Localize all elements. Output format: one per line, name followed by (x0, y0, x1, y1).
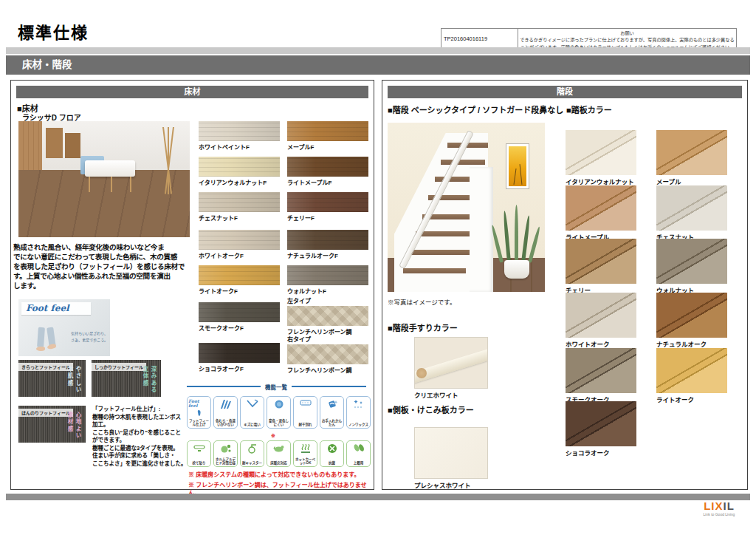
tread-swatch-image (566, 293, 636, 338)
divider-bar-top (6, 47, 750, 54)
photo-stair-tread (410, 250, 470, 255)
nonwax-icon (353, 399, 365, 409)
section-title-bar: 床材・階段 (6, 55, 750, 75)
floor-swatch-herringbone-left: 左タイプ フレンチヘリンボーン調 (287, 296, 369, 335)
function-floor-heating: 床暖房対応 (267, 440, 291, 467)
tread-swatch: スモークオーク (566, 348, 636, 403)
floor-swatch: メープルF (287, 121, 369, 151)
texture-tile-shikkari: しっかりフットフィール 深みある立体感 (92, 360, 161, 397)
function-formaldehyde: ホルムアルデヒド対策仕様 (213, 440, 238, 467)
stairs-panel-header: 階段 (388, 86, 742, 98)
photo-chair (65, 133, 80, 159)
footfeel-logo-band: Foot feel (21, 302, 91, 315)
tread-swatch-image (566, 185, 636, 231)
function-subfloor: 捨て貼り (187, 440, 211, 467)
floor-swatch-image (287, 344, 368, 364)
subfloor-icon (193, 443, 205, 452)
footfeel-note: 「フットフィール仕上げ」: 樹種の持つ木肌を表現したエンボス 加工。 ここち良い… (92, 406, 194, 468)
tread-swatch-image (566, 401, 636, 446)
handrail-color-name: クリエホワイト (414, 390, 458, 399)
function-list-title: 機能一覧 (261, 383, 292, 391)
texture-tile-label: ほんのりフットフィール (18, 409, 73, 417)
tread-swatch-image (656, 348, 727, 393)
floor-swatch-image (287, 230, 368, 250)
floor-description: 熟成された風合い、経年変化後の味わいなど今ま でにない意匠にこだわって表現した色… (13, 242, 193, 290)
photo-plant-leaf (515, 205, 518, 262)
function-hot-carpet: ホットカーペットOK (293, 440, 317, 467)
floor-swatch-image (199, 157, 280, 177)
photo-wall-art-print (509, 146, 526, 186)
function-antibacterial: 抗菌 (320, 440, 344, 467)
footfeel-caption: 気持ちいい足ざわり、 さあ、素足で歩こう。 (71, 330, 108, 343)
lixil-logo: LIXIL Link to Good Living (693, 500, 746, 517)
photo-stair-tread (416, 231, 472, 236)
photo-wood-floor (18, 170, 190, 237)
texture-tile-label: しっかりフットフィール (92, 363, 146, 371)
photo-stair-halfwall (470, 167, 493, 292)
floor-swatch-image (287, 157, 368, 177)
handrail-heading: ■階段手すりカラー (388, 321, 458, 333)
floor-panel: 床材 ■床材 ラシッサD フロア 熟成された風合い、経年変化後の味わいなど今ま … (10, 80, 374, 490)
floor-swatch-image (287, 121, 368, 141)
floor-panel-header: 床材 (16, 86, 368, 98)
tread-swatch-image (656, 239, 727, 284)
notice-text: お願い できるかぎりイメージに添ったプランに仕上げておりますが、写真の関係上、実… (518, 29, 736, 48)
caster-icon (247, 443, 258, 454)
tread-swatch-image (656, 185, 727, 231)
floor-swatch: チェリーF (287, 192, 369, 222)
photo-plant-leaf (528, 226, 541, 263)
hot-carpet-icon (300, 443, 312, 454)
notice-title: お願い (518, 30, 736, 36)
handrail-rod (414, 346, 488, 385)
spec-sheet-page: 標準仕様 TP201604016119 お願い できるかぎりイメージに添ったプラ… (0, 0, 756, 535)
tread-swatch: メープル (656, 130, 727, 185)
floor-swatch-image (199, 230, 280, 250)
function-nonwax: ノンワックス (346, 396, 371, 429)
function-list-rule-right (292, 386, 366, 387)
photo-stair-tread (403, 268, 466, 273)
tread-swatch-image (566, 239, 636, 284)
floor-swatch-image (199, 302, 280, 322)
lixil-wordmark: LIXIL (693, 500, 746, 511)
page-title: 標準仕様 (18, 19, 89, 43)
floor-swatch: イタリアンウォルナットF (199, 157, 281, 186)
photo-disclaimer: ※写真はイメージです。 (388, 297, 456, 306)
photo-wall-art (506, 143, 529, 189)
tread-swatch-image (656, 293, 727, 338)
function-slippers: 上履用 (346, 440, 371, 467)
function-list-rule-left (187, 386, 261, 387)
sideboard-color-name: プレシャスホワイト (414, 480, 471, 489)
tread-swatch: ナチュラルオーク (656, 293, 727, 348)
handrail-swatch (414, 337, 488, 389)
art-branch (520, 164, 523, 185)
handrail-rod-end (416, 368, 427, 378)
photo-bench-leg (111, 177, 112, 191)
floor-swatch-image (199, 121, 280, 141)
floor-swatch-image (287, 265, 368, 285)
notice-line1: できるかぎりイメージに添ったプランに仕上げておりますが、写真の関係上、実際のもの… (518, 36, 736, 43)
floor-swatch: ウォルナットF (287, 265, 369, 295)
formaldehyde-icon (220, 443, 232, 454)
footfeel-icon: Foot feel (188, 399, 210, 408)
antibacterial-icon (327, 443, 337, 454)
tread-swatch: ライトオーク (656, 348, 727, 403)
stairs-panel: 階段 ■階段 ベーシックタイプ / ソフトガード段鼻なし ■踏板カラー (382, 80, 748, 490)
photo-plant-leaf (503, 211, 511, 262)
floor-swatch: ホワイトオークF (199, 230, 281, 259)
photo-bench (85, 160, 134, 177)
texture-tile-caption: やさしい木肌感 (66, 366, 82, 397)
function-color-even: 色むら・色違いが少ない (213, 396, 238, 429)
divider-bar-bottom (6, 494, 750, 500)
tread-swatch: チェスナット (656, 185, 727, 241)
photo-foot (36, 347, 45, 351)
function-caster: 耐キャスター (240, 440, 264, 467)
texture-tile-caption: 心地よい素材感 (66, 412, 82, 443)
stairs-heading: ■階段 ベーシックタイプ / ソフトガード段鼻なし (388, 103, 563, 115)
texture-tile-label: きらっとフットフィール (18, 363, 73, 371)
photo-bench-leg (89, 177, 90, 191)
function-footfeel: Foot feel フットフィール仕上げ (187, 396, 211, 429)
tread-swatch-image (566, 130, 636, 175)
floor-swatch-herringbone-right: 右タイプ フレンチヘリンボーン調 (287, 335, 369, 374)
stairs-photo (388, 123, 545, 292)
photo-plant-pot (504, 260, 529, 279)
